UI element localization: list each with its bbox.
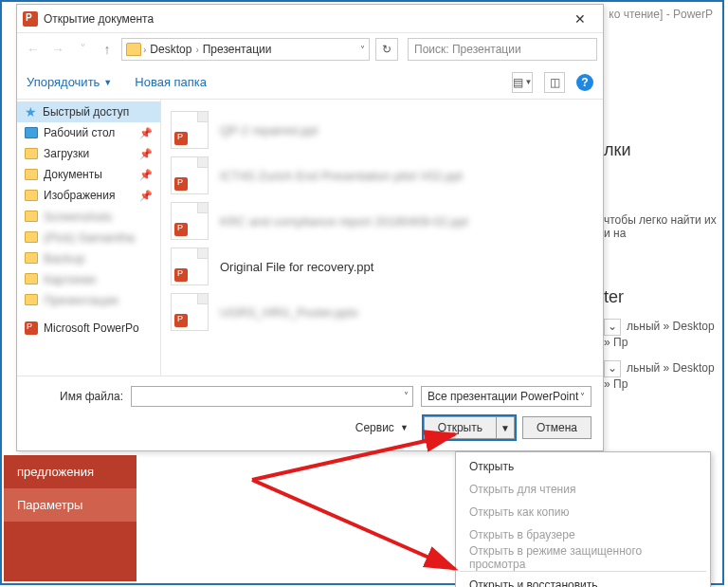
expand-icon[interactable]: ⌄: [604, 360, 621, 377]
menu-item-open-copy: Открыть как копию: [456, 501, 710, 523]
star-icon: ★: [25, 104, 37, 119]
search-placeholder: Поиск: Презентации: [414, 43, 521, 56]
file-thumb-icon: [171, 248, 209, 285]
file-list: QP-2 repaired.ppt ICT4S Zurich End Prese…: [161, 100, 603, 376]
view-options-icon[interactable]: ▤▼: [512, 72, 533, 93]
chevron-down-icon[interactable]: ˅: [360, 45, 365, 55]
help-icon[interactable]: ?: [576, 74, 593, 91]
powerpoint-sidebar: предложения Параметры: [4, 455, 136, 581]
bg-recent-panel: лки чтобы легко найти их и на ter ⌄льный…: [604, 135, 719, 402]
sidebar-item-powerpoint[interactable]: Microsoft PowerPo: [17, 318, 160, 339]
nav-forward-icon[interactable]: →: [47, 39, 68, 60]
cancel-button[interactable]: Отмена: [522, 416, 592, 439]
chevron-down-icon[interactable]: ˅: [72, 39, 93, 60]
chevron-down-icon[interactable]: ˅: [404, 391, 409, 401]
sidebar-item-folder[interactable]: Screenshots: [17, 206, 160, 227]
folder-icon: [126, 43, 141, 56]
address-bar[interactable]: › Desktop › Презентации ˅: [121, 38, 370, 61]
sidebar-item-folder[interactable]: (Pick) Samantha: [17, 227, 160, 248]
file-thumb-icon: [171, 202, 209, 240]
chevron-down-icon: ˅: [580, 392, 585, 402]
powerpoint-icon: [23, 11, 38, 27]
folder-icon: [25, 148, 38, 159]
folder-icon: [25, 231, 38, 243]
menu-item-open-recover[interactable]: Открыть и восстановить: [456, 574, 710, 587]
breadcrumb-seg[interactable]: Презентации: [201, 43, 274, 56]
menu-item-open-browser: Открыть в браузере: [456, 523, 710, 546]
folder-icon: [25, 127, 38, 138]
preview-pane-icon[interactable]: ◫: [544, 72, 565, 93]
file-thumb-icon: [171, 111, 209, 149]
dialog-title: Открытие документа: [44, 12, 561, 26]
file-name: Original File for recovery.ppt: [220, 260, 373, 274]
sidebar-item-downloads[interactable]: Загрузки📌: [17, 143, 160, 164]
chevron-right-icon: ›: [195, 45, 198, 55]
open-dropdown-arrow[interactable]: ▼: [497, 423, 514, 433]
toolbar: Упорядочить▼ Новая папка ▤▼ ◫ ?: [17, 65, 603, 100]
menu-item-open-protected: Открыть в режиме защищенного просмотра: [456, 546, 710, 569]
folder-icon: [25, 190, 38, 201]
bg-crumb-1: ⌄льный » Desktop » Пр: [604, 319, 719, 349]
breadcrumb-seg[interactable]: Desktop: [148, 43, 193, 56]
file-item[interactable]: KRC and compliance report 20180409-02.pp…: [171, 198, 593, 244]
file-thumb-icon: [171, 156, 209, 194]
file-item[interactable]: ICT4S Zurich End Presentation pilot V02.…: [171, 153, 593, 198]
file-item[interactable]: UGRS_HRG_Poster.pptx: [171, 289, 593, 335]
folder-icon: [25, 294, 38, 305]
folder-icon: [25, 211, 38, 222]
pin-icon: 📌: [139, 190, 153, 202]
pin-icon: 📌: [139, 148, 153, 160]
file-item[interactable]: QP-2 repaired.ppt: [171, 107, 593, 153]
bg-crumb-2: ⌄льный » Desktop » Пр: [604, 360, 719, 391]
folder-tree: ★Быстрый доступ Рабочий стол📌 Загрузки📌 …: [17, 100, 161, 376]
folder-icon: [25, 252, 38, 264]
sidebar-item-images[interactable]: Изображения📌: [17, 185, 160, 206]
powerpoint-icon: [25, 321, 38, 335]
close-icon[interactable]: ✕: [561, 6, 599, 32]
nav-back-icon[interactable]: ←: [23, 39, 44, 60]
sidebar-item-suggestions[interactable]: предложения: [4, 455, 136, 488]
organize-button[interactable]: Упорядочить▼: [27, 75, 112, 89]
sidebar-item-folder[interactable]: Картинки: [17, 268, 160, 289]
filename-input[interactable]: ˅: [131, 386, 413, 407]
nav-bar: ← → ˅ ↑ › Desktop › Презентации ˅ ↻ Поис…: [17, 33, 603, 65]
refresh-icon[interactable]: ↻: [375, 38, 398, 61]
open-dropdown-menu: Открыть Открыть для чтения Открыть как к…: [455, 451, 711, 587]
folder-icon: [25, 169, 38, 180]
filename-label: Имя файла:: [28, 390, 123, 403]
sidebar-item-documents[interactable]: Документы📌: [17, 164, 160, 185]
sidebar-item-folder[interactable]: Презентации: [17, 289, 160, 310]
bg-heading-1: лки: [604, 140, 719, 160]
menu-item-open-readonly: Открыть для чтения: [456, 478, 710, 501]
menu-separator: [460, 571, 706, 572]
folder-icon: [25, 273, 38, 284]
expand-icon[interactable]: ⌄: [604, 319, 621, 336]
bg-text-1b: и на: [604, 227, 719, 240]
chevron-down-icon: ▼: [103, 78, 112, 87]
sidebar-item-options[interactable]: Параметры: [4, 488, 136, 522]
search-input[interactable]: Поиск: Презентации: [408, 38, 597, 61]
app-title-fragment: ко чтение] - PowerP: [609, 8, 713, 21]
bg-text-1a: чтобы легко найти их: [604, 213, 719, 227]
new-folder-button[interactable]: Новая папка: [135, 75, 207, 89]
file-item[interactable]: Original File for recovery.ppt: [171, 244, 593, 289]
filetype-select[interactable]: Все презентации PowerPoint˅: [421, 386, 592, 407]
titlebar: Открытие документа ✕: [17, 5, 603, 33]
menu-item-open[interactable]: Открыть: [456, 455, 710, 478]
bg-heading-2: ter: [604, 287, 719, 307]
pin-icon: 📌: [139, 127, 153, 139]
chevron-right-icon: ›: [143, 45, 146, 55]
open-file-dialog: Открытие документа ✕ ← → ˅ ↑ › Desktop ›…: [16, 4, 604, 451]
annotation-arrow-icon: [248, 474, 466, 578]
sidebar-item-desktop[interactable]: Рабочий стол📌: [17, 122, 160, 143]
pin-icon: 📌: [139, 169, 153, 181]
svg-line-0: [252, 434, 455, 480]
file-thumb-icon: [171, 293, 209, 331]
svg-line-1: [252, 480, 455, 569]
sidebar-item-folder[interactable]: Backup: [17, 248, 160, 268]
nav-up-icon[interactable]: ↑: [97, 39, 118, 60]
sidebar-item-quick-access[interactable]: ★Быстрый доступ: [17, 101, 160, 122]
